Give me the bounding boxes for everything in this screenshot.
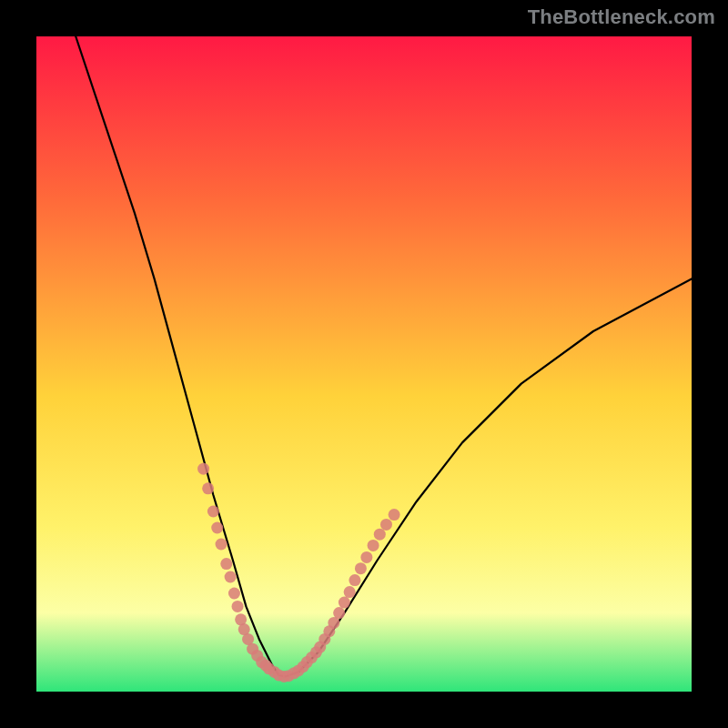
scatter-dot bbox=[368, 540, 379, 551]
scatter-dot bbox=[374, 529, 386, 541]
scatter-dot bbox=[228, 588, 240, 600]
scatter-dot bbox=[197, 463, 209, 475]
scatter-dot bbox=[202, 482, 214, 494]
scatter-dot bbox=[333, 607, 345, 619]
scatter-dot bbox=[207, 506, 219, 518]
scatter-dot bbox=[211, 522, 223, 534]
plot-area bbox=[36, 36, 692, 692]
scatter-dot bbox=[220, 558, 232, 570]
scatter-dot bbox=[344, 586, 356, 598]
scatter-dot bbox=[216, 539, 228, 551]
scatter-dot bbox=[360, 551, 372, 563]
scatter-dot bbox=[380, 519, 392, 531]
chart-frame: TheBottleneck.com bbox=[0, 0, 728, 728]
chart-svg bbox=[36, 36, 692, 692]
watermark-label: TheBottleneck.com bbox=[528, 5, 715, 29]
scatter-dot bbox=[355, 562, 367, 574]
scatter-dot bbox=[389, 509, 400, 521]
scatter-dot bbox=[225, 571, 237, 583]
scatter-dot bbox=[339, 597, 350, 609]
scatter-dot bbox=[232, 601, 244, 612]
chart-background bbox=[36, 36, 692, 692]
scatter-dot bbox=[349, 574, 360, 586]
